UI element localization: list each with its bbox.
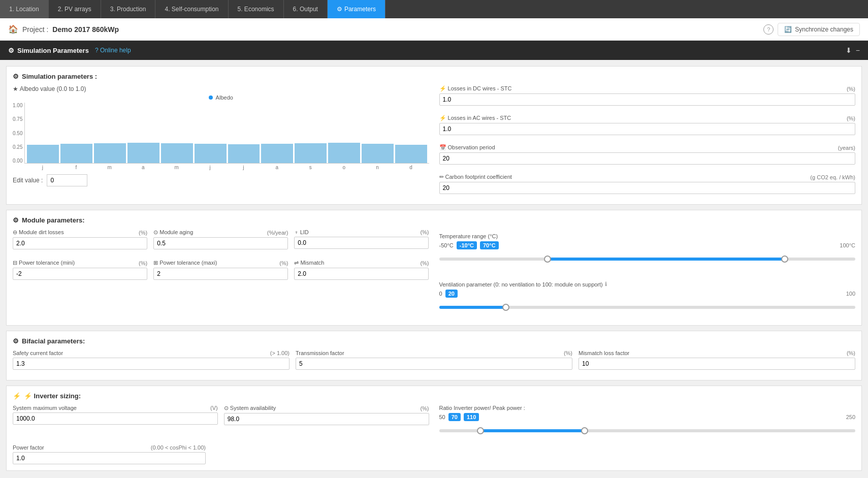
safety-label-row: Safety current factor (> 1.00) xyxy=(13,350,290,356)
ratio-thumb-high[interactable] xyxy=(581,427,588,434)
aging-input[interactable] xyxy=(153,237,288,249)
nav-economics[interactable]: 5. Economics xyxy=(229,0,284,18)
power-tol-mini-input[interactable] xyxy=(13,268,147,280)
project-label: Project : xyxy=(22,25,48,34)
nav-self-consumption[interactable]: 4. Self-consumption xyxy=(155,0,228,18)
mismatch-input[interactable] xyxy=(294,268,429,280)
minimize-button[interactable]: − xyxy=(856,46,860,54)
temp-range-slider[interactable] xyxy=(439,251,856,267)
transmission-field: Transmission factor (%) xyxy=(296,350,572,370)
x-dec: d xyxy=(395,165,427,170)
lid-input[interactable] xyxy=(294,237,429,249)
mismatch-field: ⇌ Mismatch (%) xyxy=(294,260,429,280)
download-icon: ⬇ xyxy=(846,46,852,54)
download-button[interactable]: ⬇ xyxy=(846,46,852,54)
bifacial-fields: Safety current factor (> 1.00) Transmiss… xyxy=(13,350,855,374)
aging-label: ⊙ Module aging xyxy=(153,229,193,236)
temp-min-label: -50°C xyxy=(439,242,454,248)
safety-input[interactable] xyxy=(13,358,290,370)
nav-output[interactable]: 6. Output xyxy=(284,0,328,18)
inverter-left-fields: System maximum voltage (V) ⊙ System avai… xyxy=(13,405,429,438)
observation-input[interactable] xyxy=(439,152,856,165)
power-factor-input[interactable] xyxy=(13,452,206,464)
temp-thumb-low[interactable] xyxy=(544,256,551,263)
availability-label: ⊙ System availability xyxy=(224,405,276,411)
ventilation-help-icon: ℹ xyxy=(605,281,607,288)
observation-field: 📅 Observation period (years) xyxy=(439,144,856,165)
dirt-losses-input[interactable] xyxy=(13,237,147,249)
temp-thumb-high[interactable] xyxy=(781,256,788,263)
bar-oct xyxy=(328,143,360,163)
y-label-025: 0.25 xyxy=(13,144,22,150)
dc-losses-field: ⚡ Losses in DC wires - STC (%) xyxy=(439,85,856,106)
ventilation-slider[interactable] xyxy=(439,300,856,315)
nav-parameters[interactable]: ⚙ Parameters xyxy=(328,0,385,18)
albedo-chart-area: ★ Albedo value (0.0 to 1.0) Albedo 1.00 … xyxy=(13,85,429,198)
observation-unit: (years) xyxy=(838,145,855,151)
temp-fill xyxy=(548,258,785,261)
sync-changes-button[interactable]: 🔄 Synchronize changes xyxy=(778,23,860,36)
chart-legend: Albedo xyxy=(13,94,429,101)
transmission-label-row: Transmission factor (%) xyxy=(296,350,572,356)
voltage-field: System maximum voltage (V) xyxy=(13,405,218,425)
ac-losses-label-row: ⚡ Losses in AC wires - STC (%) xyxy=(439,115,856,121)
nav-location[interactable]: 1. Location xyxy=(0,0,49,18)
temp-low-badge: -10°C xyxy=(457,241,477,249)
power-tol-maxi-input[interactable] xyxy=(153,268,288,280)
safety-label: Safety current factor xyxy=(13,350,63,356)
edit-value-input[interactable] xyxy=(47,174,87,186)
bifacial-icon: ⚙ xyxy=(13,337,19,345)
help-icon[interactable]: ? xyxy=(763,24,774,35)
online-help-label: ? Online help xyxy=(95,47,131,54)
power-factor-row: Power factor (0.00 < cosPhi < 1.00) xyxy=(13,444,206,464)
ventilation-thumb[interactable] xyxy=(502,304,509,311)
nav-pv-arrays[interactable]: 2. PV arrays xyxy=(49,0,101,18)
ratio-thumb-low[interactable] xyxy=(477,427,484,434)
power-tol-mini-label: ⊟ Power tolerance (mini) xyxy=(13,260,75,266)
inverter-ratio-slider-area: Ratio Inverter power/ Peak power : 50 70… xyxy=(439,405,856,438)
aging-field: ⊙ Module aging (%/year) xyxy=(153,229,288,249)
nav-production[interactable]: 3. Production xyxy=(101,0,156,18)
carbon-input[interactable] xyxy=(439,182,856,194)
dc-losses-input[interactable] xyxy=(439,93,856,106)
mismatch-label: ⇌ Mismatch xyxy=(294,260,324,266)
edit-value-row: Edit value : xyxy=(13,174,429,186)
ventilation-start-label: 0 xyxy=(439,291,442,297)
transmission-input[interactable] xyxy=(296,358,572,370)
ratio-high-badge: 110 xyxy=(464,413,479,421)
power-tol-mini-label-row: ⊟ Power tolerance (mini) (%) xyxy=(13,260,147,266)
ventilation-end-label: 100 xyxy=(846,291,855,297)
power-factor-unit: (0.00 < cosPhi < 1.00) xyxy=(151,444,206,451)
mismatch-loss-label-row: Mismatch loss factor (%) xyxy=(578,350,855,356)
voltage-input[interactable] xyxy=(13,412,218,425)
safety-factor-field: Safety current factor (> 1.00) xyxy=(13,350,290,370)
bar-chart xyxy=(24,103,429,164)
ratio-slider[interactable] xyxy=(439,423,856,438)
power-factor-label-row: Power factor (0.00 < cosPhi < 1.00) xyxy=(13,444,206,451)
module-icon: ⚙ xyxy=(13,216,19,224)
online-help-link[interactable]: ? Online help xyxy=(95,47,131,54)
mismatch-loss-input[interactable] xyxy=(578,358,855,370)
legend-dot xyxy=(209,95,213,100)
ac-losses-label: ⚡ Losses in AC wires - STC xyxy=(439,115,511,121)
nav-production-label: 3. Production xyxy=(110,6,146,13)
module-title-text: Module parameters: xyxy=(22,216,85,224)
bifacial-section-title: ⚙ Bifacial parameters: xyxy=(13,337,855,345)
transmission-unit: (%) xyxy=(564,350,572,356)
availability-unit: (%) xyxy=(420,405,429,411)
ac-losses-input[interactable] xyxy=(439,123,856,135)
nav-parameters-label: Parameters xyxy=(344,6,376,13)
dc-losses-unit: (%) xyxy=(847,86,855,92)
simulation-right-params: ⚡ Losses in DC wires - STC (%) ⚡ Losses … xyxy=(439,85,856,198)
x-oct: o xyxy=(328,165,360,170)
dirt-unit: (%) xyxy=(139,230,147,236)
chart-y-labels: 1.00 0.75 0.50 0.25 0.00 xyxy=(13,103,24,164)
y-label-075: 0.75 xyxy=(13,116,22,122)
ratio-low-badge: 70 xyxy=(448,413,461,421)
aging-label-row: ⊙ Module aging (%/year) xyxy=(153,229,288,236)
mismatch-loss-field: Mismatch loss factor (%) xyxy=(578,350,855,370)
ventilation-section: Ventilation parameter (0: no ventilation… xyxy=(439,277,856,319)
ventilation-badge: 20 xyxy=(445,290,458,298)
availability-input[interactable] xyxy=(224,413,429,425)
bar-feb xyxy=(60,144,92,163)
